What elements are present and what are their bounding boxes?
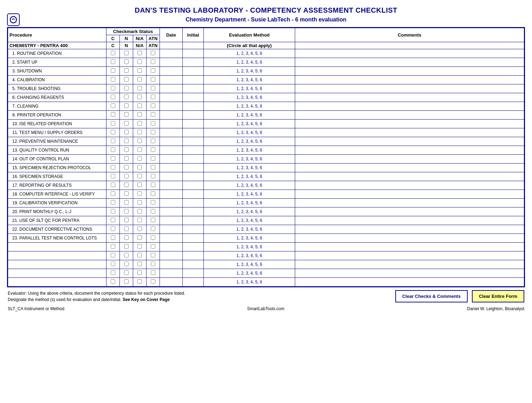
atn-checkbox[interactable]	[151, 270, 155, 275]
comment-input[interactable]	[297, 120, 523, 127]
initial-cell[interactable]	[183, 128, 204, 137]
initial-cell[interactable]	[183, 155, 204, 164]
comment-input[interactable]	[297, 279, 523, 286]
atn-checkbox[interactable]	[151, 86, 155, 90]
initial-input[interactable]	[184, 76, 202, 83]
date-cell[interactable]	[160, 137, 183, 146]
initial-cell[interactable]	[183, 49, 204, 58]
check-n[interactable]	[120, 172, 133, 181]
initial-input[interactable]	[184, 147, 202, 154]
check-n[interactable]	[120, 234, 133, 243]
check-atn[interactable]	[147, 84, 160, 93]
check-n[interactable]	[120, 137, 133, 146]
check-n[interactable]	[120, 146, 133, 155]
check-c[interactable]	[106, 120, 120, 128]
check-n[interactable]	[120, 269, 133, 278]
c-checkbox[interactable]	[111, 130, 115, 134]
comments-cell[interactable]	[295, 225, 524, 234]
c-checkbox[interactable]	[111, 244, 115, 249]
date-cell[interactable]	[160, 207, 183, 216]
comments-cell[interactable]	[295, 49, 524, 58]
date-input[interactable]	[161, 147, 181, 154]
date-cell[interactable]	[160, 76, 183, 84]
comments-cell[interactable]	[295, 102, 524, 111]
comment-input[interactable]	[297, 235, 523, 242]
date-cell[interactable]	[160, 102, 183, 111]
n-checkbox[interactable]	[124, 147, 129, 152]
initial-input[interactable]	[184, 252, 202, 259]
check-na[interactable]	[133, 58, 147, 67]
na-checkbox[interactable]	[137, 191, 142, 196]
n-checkbox[interactable]	[124, 112, 129, 117]
comment-input[interactable]	[297, 94, 523, 101]
check-c[interactable]	[106, 207, 120, 216]
date-input[interactable]	[161, 252, 181, 259]
date-cell[interactable]	[160, 190, 183, 199]
atn-checkbox[interactable]	[151, 68, 155, 73]
initial-cell[interactable]	[183, 120, 204, 128]
date-input[interactable]	[161, 68, 181, 75]
atn-checkbox[interactable]	[151, 139, 155, 143]
date-input[interactable]	[161, 76, 181, 83]
date-input[interactable]	[161, 50, 181, 57]
na-checkbox[interactable]	[137, 156, 142, 161]
na-checkbox[interactable]	[137, 68, 142, 73]
na-checkbox[interactable]	[137, 253, 142, 257]
initial-cell[interactable]	[183, 164, 204, 172]
atn-checkbox[interactable]	[151, 95, 155, 99]
n-checkbox[interactable]	[124, 68, 129, 73]
na-checkbox[interactable]	[137, 77, 142, 82]
initial-cell[interactable]	[183, 181, 204, 190]
date-input[interactable]	[161, 199, 181, 206]
comment-input[interactable]	[297, 252, 523, 259]
c-checkbox[interactable]	[111, 139, 115, 143]
check-atn[interactable]	[147, 146, 160, 155]
comments-cell[interactable]	[295, 111, 524, 120]
initial-input[interactable]	[184, 270, 202, 277]
comments-cell[interactable]	[295, 260, 524, 269]
comments-cell[interactable]	[295, 251, 524, 260]
initial-cell[interactable]	[183, 278, 204, 287]
initial-input[interactable]	[184, 243, 202, 250]
comments-cell[interactable]	[295, 164, 524, 172]
date-input[interactable]	[161, 270, 181, 277]
date-input[interactable]	[161, 138, 181, 145]
comment-input[interactable]	[297, 76, 523, 83]
initial-input[interactable]	[184, 94, 202, 101]
check-atn[interactable]	[147, 225, 160, 234]
n-checkbox[interactable]	[124, 165, 129, 169]
check-c[interactable]	[106, 58, 120, 67]
initial-cell[interactable]	[183, 102, 204, 111]
c-checkbox[interactable]	[111, 235, 115, 240]
comments-cell[interactable]	[295, 181, 524, 190]
atn-checkbox[interactable]	[151, 244, 155, 249]
check-na[interactable]	[133, 155, 147, 164]
date-input[interactable]	[161, 226, 181, 233]
date-cell[interactable]	[160, 243, 183, 251]
initial-input[interactable]	[184, 155, 202, 162]
date-input[interactable]	[161, 85, 181, 92]
comment-input[interactable]	[297, 164, 523, 171]
atn-checkbox[interactable]	[151, 253, 155, 257]
date-cell[interactable]	[160, 84, 183, 93]
c-checkbox[interactable]	[111, 253, 115, 257]
comment-input[interactable]	[297, 103, 523, 110]
n-checkbox[interactable]	[124, 270, 129, 275]
check-na[interactable]	[133, 120, 147, 128]
check-na[interactable]	[133, 225, 147, 234]
c-checkbox[interactable]	[111, 121, 115, 126]
check-atn[interactable]	[147, 120, 160, 128]
comment-input[interactable]	[297, 191, 523, 198]
comments-cell[interactable]	[295, 137, 524, 146]
check-c[interactable]	[106, 269, 120, 278]
check-c[interactable]	[106, 128, 120, 137]
check-na[interactable]	[133, 93, 147, 102]
check-n[interactable]	[120, 67, 133, 76]
initial-input[interactable]	[184, 226, 202, 233]
comment-input[interactable]	[297, 270, 523, 277]
initial-cell[interactable]	[183, 251, 204, 260]
na-checkbox[interactable]	[137, 95, 142, 99]
comments-cell[interactable]	[295, 93, 524, 102]
comments-cell[interactable]	[295, 172, 524, 181]
atn-checkbox[interactable]	[151, 103, 155, 108]
